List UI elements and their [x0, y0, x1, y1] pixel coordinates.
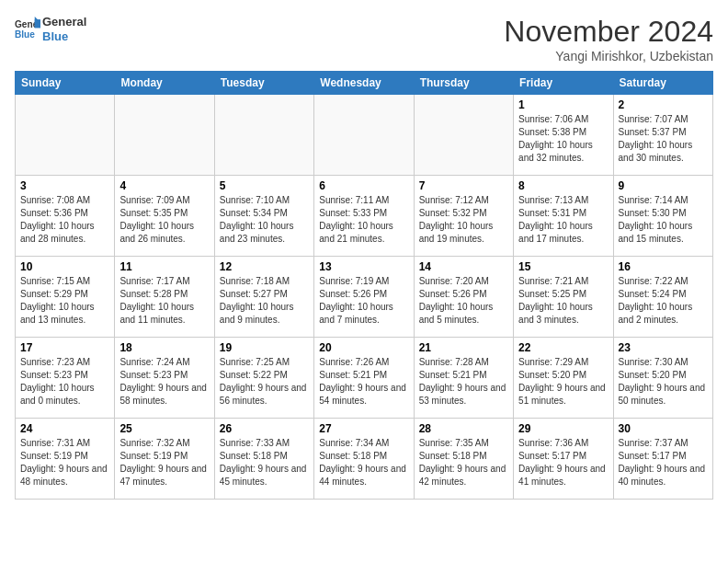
day-number: 24	[20, 422, 109, 435]
calendar-cell: 6Sunrise: 7:11 AM Sunset: 5:33 PM Daylig…	[314, 176, 414, 257]
day-info: Sunrise: 7:09 AM Sunset: 5:35 PM Dayligh…	[119, 194, 209, 246]
day-info: Sunrise: 7:21 AM Sunset: 5:25 PM Dayligh…	[518, 275, 608, 327]
day-info: Sunrise: 7:14 AM Sunset: 5:30 PM Dayligh…	[619, 194, 708, 246]
calendar-cell: 19Sunrise: 7:25 AM Sunset: 5:22 PM Dayli…	[214, 338, 313, 419]
day-number: 3	[20, 179, 109, 192]
calendar-cell: 26Sunrise: 7:33 AM Sunset: 5:18 PM Dayli…	[214, 419, 313, 500]
day-number: 30	[619, 422, 708, 435]
calendar-cell: 9Sunrise: 7:14 AM Sunset: 5:30 PM Daylig…	[613, 176, 712, 257]
calendar-week-row: 1Sunrise: 7:06 AM Sunset: 5:38 PM Daylig…	[16, 95, 713, 176]
calendar-cell: 22Sunrise: 7:29 AM Sunset: 5:20 PM Dayli…	[514, 338, 613, 419]
day-info: Sunrise: 7:18 AM Sunset: 5:27 PM Dayligh…	[220, 275, 309, 327]
day-number: 9	[619, 179, 708, 192]
day-info: Sunrise: 7:10 AM Sunset: 5:34 PM Dayligh…	[220, 194, 309, 246]
calendar-cell: 3Sunrise: 7:08 AM Sunset: 5:36 PM Daylig…	[16, 176, 115, 257]
weekday-header: Saturday	[613, 72, 712, 95]
day-number: 12	[220, 260, 309, 273]
day-number: 14	[419, 260, 508, 273]
calendar-cell	[16, 95, 115, 176]
calendar-cell: 28Sunrise: 7:35 AM Sunset: 5:18 PM Dayli…	[414, 419, 513, 500]
day-info: Sunrise: 7:12 AM Sunset: 5:32 PM Dayligh…	[419, 194, 508, 246]
day-number: 2	[619, 98, 708, 111]
calendar-cell	[414, 95, 513, 176]
day-info: Sunrise: 7:06 AM Sunset: 5:38 PM Dayligh…	[518, 113, 608, 165]
weekday-header: Friday	[514, 72, 613, 95]
day-number: 10	[20, 260, 109, 273]
day-number: 1	[518, 98, 608, 111]
day-number: 15	[518, 260, 608, 273]
calendar-cell: 2Sunrise: 7:07 AM Sunset: 5:37 PM Daylig…	[613, 95, 712, 176]
day-number: 5	[220, 179, 309, 192]
title-block: November 2024 Yangi Mirishkor, Uzbekista…	[504, 15, 713, 63]
day-info: Sunrise: 7:22 AM Sunset: 5:24 PM Dayligh…	[619, 275, 708, 327]
calendar-cell: 18Sunrise: 7:24 AM Sunset: 5:23 PM Dayli…	[115, 338, 214, 419]
calendar-header-row: SundayMondayTuesdayWednesdayThursdayFrid…	[16, 72, 713, 95]
calendar-cell: 23Sunrise: 7:30 AM Sunset: 5:20 PM Dayli…	[613, 338, 712, 419]
calendar-cell: 17Sunrise: 7:23 AM Sunset: 5:23 PM Dayli…	[16, 338, 115, 419]
calendar-week-row: 3Sunrise: 7:08 AM Sunset: 5:36 PM Daylig…	[16, 176, 713, 257]
calendar-cell: 29Sunrise: 7:36 AM Sunset: 5:17 PM Dayli…	[514, 419, 613, 500]
weekday-header: Wednesday	[314, 72, 414, 95]
calendar-cell: 24Sunrise: 7:31 AM Sunset: 5:19 PM Dayli…	[16, 419, 115, 500]
weekday-header: Thursday	[414, 72, 513, 95]
logo-icon: General Blue	[15, 17, 40, 42]
day-info: Sunrise: 7:37 AM Sunset: 5:17 PM Dayligh…	[619, 437, 708, 488]
calendar-cell: 25Sunrise: 7:32 AM Sunset: 5:19 PM Dayli…	[115, 419, 214, 500]
calendar-cell: 30Sunrise: 7:37 AM Sunset: 5:17 PM Dayli…	[613, 419, 712, 500]
calendar-cell	[314, 95, 414, 176]
day-number: 27	[319, 422, 408, 435]
day-number: 13	[319, 260, 408, 273]
calendar-cell: 10Sunrise: 7:15 AM Sunset: 5:29 PM Dayli…	[16, 257, 115, 338]
calendar-cell: 21Sunrise: 7:28 AM Sunset: 5:21 PM Dayli…	[414, 338, 513, 419]
day-number: 21	[419, 341, 508, 354]
day-info: Sunrise: 7:24 AM Sunset: 5:23 PM Dayligh…	[119, 356, 209, 408]
calendar-cell: 27Sunrise: 7:34 AM Sunset: 5:18 PM Dayli…	[314, 419, 414, 500]
day-number: 25	[119, 422, 209, 435]
day-info: Sunrise: 7:28 AM Sunset: 5:21 PM Dayligh…	[419, 356, 508, 408]
logo-general: General	[42, 15, 97, 29]
day-number: 22	[518, 341, 608, 354]
day-info: Sunrise: 7:11 AM Sunset: 5:33 PM Dayligh…	[319, 194, 408, 246]
calendar-cell: 11Sunrise: 7:17 AM Sunset: 5:28 PM Dayli…	[115, 257, 214, 338]
day-info: Sunrise: 7:17 AM Sunset: 5:28 PM Dayligh…	[119, 275, 209, 327]
calendar-cell: 20Sunrise: 7:26 AM Sunset: 5:21 PM Dayli…	[314, 338, 414, 419]
logo-blue: Blue	[42, 29, 97, 44]
day-number: 20	[319, 341, 408, 354]
day-info: Sunrise: 7:13 AM Sunset: 5:31 PM Dayligh…	[518, 194, 608, 246]
day-info: Sunrise: 7:08 AM Sunset: 5:36 PM Dayligh…	[20, 194, 109, 246]
day-info: Sunrise: 7:33 AM Sunset: 5:18 PM Dayligh…	[220, 437, 309, 488]
calendar-cell	[115, 95, 214, 176]
page-header: General Blue General Blue November 2024 …	[15, 15, 713, 63]
day-number: 4	[119, 179, 209, 192]
day-info: Sunrise: 7:26 AM Sunset: 5:21 PM Dayligh…	[319, 356, 408, 408]
day-number: 23	[619, 341, 708, 354]
calendar-week-row: 17Sunrise: 7:23 AM Sunset: 5:23 PM Dayli…	[16, 338, 713, 419]
calendar-week-row: 10Sunrise: 7:15 AM Sunset: 5:29 PM Dayli…	[16, 257, 713, 338]
day-number: 26	[220, 422, 309, 435]
day-info: Sunrise: 7:25 AM Sunset: 5:22 PM Dayligh…	[220, 356, 309, 408]
location: Yangi Mirishkor, Uzbekistan	[504, 49, 713, 63]
calendar-cell: 15Sunrise: 7:21 AM Sunset: 5:25 PM Dayli…	[514, 257, 613, 338]
calendar-cell	[214, 95, 313, 176]
day-number: 29	[518, 422, 608, 435]
weekday-header: Sunday	[16, 72, 115, 95]
day-info: Sunrise: 7:36 AM Sunset: 5:17 PM Dayligh…	[518, 437, 608, 488]
month-title: November 2024	[504, 15, 713, 49]
calendar-cell: 1Sunrise: 7:06 AM Sunset: 5:38 PM Daylig…	[514, 95, 613, 176]
day-info: Sunrise: 7:34 AM Sunset: 5:18 PM Dayligh…	[319, 437, 408, 488]
day-number: 16	[619, 260, 708, 273]
day-info: Sunrise: 7:20 AM Sunset: 5:26 PM Dayligh…	[419, 275, 508, 327]
day-info: Sunrise: 7:35 AM Sunset: 5:18 PM Dayligh…	[419, 437, 508, 488]
day-info: Sunrise: 7:15 AM Sunset: 5:29 PM Dayligh…	[20, 275, 109, 327]
calendar-cell: 5Sunrise: 7:10 AM Sunset: 5:34 PM Daylig…	[214, 176, 313, 257]
day-info: Sunrise: 7:32 AM Sunset: 5:19 PM Dayligh…	[119, 437, 209, 488]
weekday-header: Monday	[115, 72, 214, 95]
day-number: 28	[419, 422, 508, 435]
day-number: 19	[220, 341, 309, 354]
day-info: Sunrise: 7:19 AM Sunset: 5:26 PM Dayligh…	[319, 275, 408, 327]
day-number: 8	[518, 179, 608, 192]
svg-text:Blue: Blue	[15, 29, 35, 40]
day-number: 17	[20, 341, 109, 354]
day-info: Sunrise: 7:30 AM Sunset: 5:20 PM Dayligh…	[619, 356, 708, 408]
calendar-cell: 16Sunrise: 7:22 AM Sunset: 5:24 PM Dayli…	[613, 257, 712, 338]
